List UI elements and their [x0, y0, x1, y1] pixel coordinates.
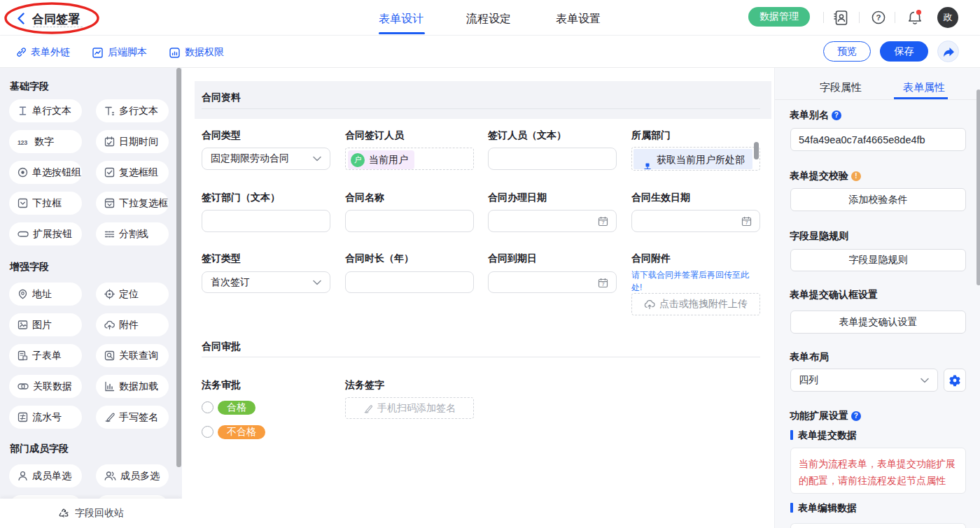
svg-text:?: ?	[876, 13, 881, 22]
svg-text:7: 7	[601, 220, 604, 226]
svg-text:7: 7	[601, 281, 604, 287]
svg-text:7: 7	[745, 220, 748, 226]
svg-text:123: 123	[18, 139, 27, 146]
